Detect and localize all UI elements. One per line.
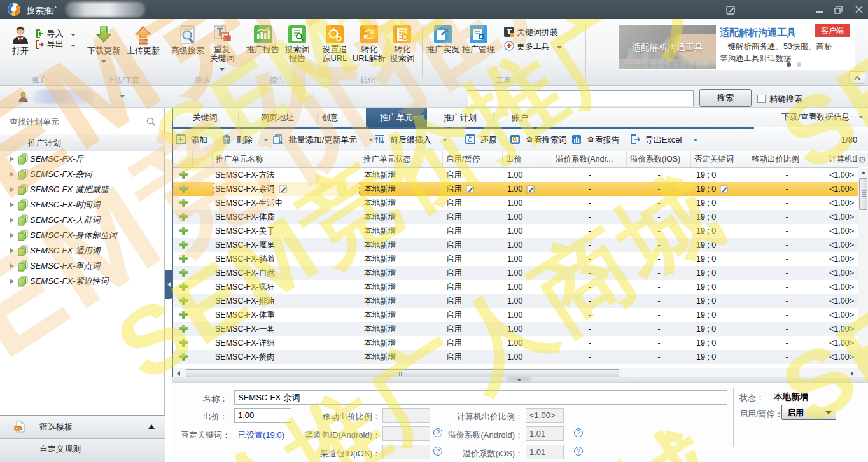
delete-button[interactable]: 删除: [222, 129, 269, 151]
plan-tree-item[interactable]: SEMSC-FX-斤: [0, 151, 165, 167]
column-settings-gear-icon[interactable]: ⚙: [857, 153, 868, 167]
expand-plus-icon[interactable]: [173, 294, 193, 308]
bid-input[interactable]: [234, 408, 291, 423]
plan-tree-item[interactable]: SEMSC-FX-杂词: [0, 167, 165, 182]
expand-plus-icon[interactable]: [173, 336, 193, 350]
open-account-button[interactable]: 打开: [6, 25, 34, 55]
maximize-button[interactable]: [832, 4, 845, 15]
expand-plus-icon[interactable]: [173, 280, 193, 294]
exact-search-checkbox[interactable]: [757, 95, 766, 103]
expand-plus-icon[interactable]: [173, 350, 193, 364]
column-header[interactable]: 移动出价比例: [748, 151, 825, 167]
download-info-link[interactable]: 下载/查看数据信息: [781, 111, 864, 123]
expand-plus-icon[interactable]: [173, 238, 193, 252]
tree-expand-icon[interactable]: [10, 263, 14, 269]
batch-add-button[interactable]: 批量添加/更新单元: [273, 129, 374, 151]
table-row[interactable]: SEMSC-FX-魔鬼本地新增启用1.00--19 ; 0-<1.00>: [173, 238, 858, 252]
help-icon[interactable]: ?: [433, 447, 442, 456]
convert-url-parse-button[interactable]: 转化URL解析: [351, 25, 387, 63]
carousel-dot[interactable]: [797, 62, 801, 67]
plan-tree-item[interactable]: SEMSC-FX-减肥减脂: [0, 182, 165, 197]
restore-button[interactable]: 还原: [465, 129, 497, 151]
column-header[interactable]: 推广单元状态: [360, 151, 443, 167]
duplicate-keywords-button[interactable]: 重复关键词: [206, 25, 238, 73]
table-row[interactable]: SEMSC-FX-排油本地新增启用1.00--19 ; 0-<1.00>: [173, 294, 858, 308]
expand-plus-icon[interactable]: [173, 252, 193, 266]
expand-plus-icon[interactable]: [173, 224, 193, 238]
more-tools-button[interactable]: 更多工具: [504, 41, 562, 52]
column-header[interactable]: [193, 151, 213, 167]
onoff-select[interactable]: 启用: [781, 405, 836, 420]
plan-tree-item[interactable]: SEMSC-FX-人群词: [0, 213, 165, 228]
plan-tree-item[interactable]: SEMSC-FX-时间词: [0, 197, 165, 213]
minimize-button[interactable]: [813, 4, 826, 15]
expand-plus-icon[interactable]: [173, 266, 193, 280]
upload-update-button[interactable]: 上传更新: [125, 25, 162, 55]
column-header[interactable]: 启用/暂停: [443, 151, 503, 167]
column-header[interactable]: 出价: [503, 151, 552, 167]
tab-5[interactable]: 推广计划: [427, 108, 493, 127]
export-button[interactable]: 导出: [35, 39, 76, 50]
search-button[interactable]: 搜索: [699, 89, 752, 107]
convert-search-terms-button[interactable]: 转化搜索词: [387, 25, 417, 63]
carousel-dot-active[interactable]: [787, 62, 791, 67]
tree-expand-icon[interactable]: [10, 248, 14, 253]
tree-expand-icon[interactable]: [10, 279, 14, 284]
table-row[interactable]: SEMSC-FX-关于本地新增启用1.00--19 ; 0-<1.00>: [173, 224, 858, 238]
vertical-scroll-thumb[interactable]: [859, 178, 867, 210]
global-search-input[interactable]: [468, 90, 694, 106]
table-row[interactable]: SEMSC-FX-详细本地新增启用1.00--19 ; 0-<1.00>: [173, 336, 858, 350]
tree-expand-icon[interactable]: [10, 187, 14, 192]
table-row[interactable]: SEMSC-FX-生活中本地新增启用1.00--19 ; 0-<1.00>: [173, 196, 858, 210]
tab-3[interactable]: 创意: [294, 108, 366, 127]
account-switch-caret-icon[interactable]: [120, 95, 125, 98]
tree-expand-icon[interactable]: [10, 233, 14, 238]
column-header[interactable]: [173, 151, 193, 167]
negative-keywords-link[interactable]: 已设置(19;0): [238, 430, 284, 441]
column-header[interactable]: 溢价系数(Andr...: [552, 151, 627, 167]
promotion-live-button[interactable]: 推广实况: [425, 25, 461, 54]
expand-plus-icon[interactable]: [173, 210, 193, 224]
table-row[interactable]: SEMSC-FX-体重本地新增启用1.00--19 ; 0-<1.00>: [173, 308, 858, 322]
filter-template-bar[interactable]: 筛选模板: [0, 415, 165, 438]
horizontal-scrollbar[interactable]: [173, 368, 858, 377]
table-row[interactable]: SEMSC-FX-杂词本地新增启用1.00--19 ; 0-<1.00>: [173, 182, 858, 196]
splitter-collapse-button[interactable]: [507, 377, 531, 382]
tree-expand-icon[interactable]: [10, 218, 14, 223]
tree-expand-icon[interactable]: [10, 172, 14, 177]
column-header[interactable]: 溢价系数(iOS): [627, 151, 691, 167]
promotion-manage-button[interactable]: 推广管理: [461, 25, 496, 54]
plan-search-input[interactable]: [4, 113, 160, 130]
tab-1[interactable]: 关键词: [172, 108, 238, 127]
export-excel-button[interactable]: 导出Excel: [630, 129, 698, 151]
add-button[interactable]: 添加: [176, 129, 207, 151]
table-row[interactable]: SEMSC-FX-一套本地新增启用1.00--19 ; 0-<1.00>: [173, 322, 858, 336]
tree-expand-icon[interactable]: [10, 202, 14, 207]
banner-title[interactable]: 适配解析沟通工具: [720, 27, 796, 39]
column-header[interactable]: 计算机出价比例: [825, 151, 858, 167]
plan-tree-item[interactable]: SEMSC-FX-身体部位词: [0, 228, 165, 243]
view-report-button[interactable]: 查看报告: [571, 129, 620, 151]
tree-expand-icon[interactable]: [10, 157, 14, 162]
table-row[interactable]: SEMSC-FX-疯狂本地新增启用1.00--19 ; 0-<1.00>: [173, 280, 858, 294]
plan-tree-item[interactable]: SEMSC-FX-紧迫性词: [0, 274, 165, 289]
download-update-button[interactable]: 下载更新: [85, 25, 122, 65]
help-icon[interactable]: ?: [433, 428, 442, 437]
search-terms-report-button[interactable]: 搜索词报告: [281, 25, 313, 63]
help-icon[interactable]: ?: [574, 428, 583, 437]
expand-plus-icon[interactable]: [173, 308, 193, 322]
help-icon[interactable]: ?: [574, 447, 583, 456]
expand-plus-icon[interactable]: [173, 168, 193, 182]
track-url-button[interactable]: 设置追踪URL: [318, 25, 351, 63]
advanced-search-button[interactable]: 高级搜索: [169, 25, 206, 55]
table-row[interactable]: SEMSC-FX-自然本地新增启用1.00--19 ; 0-<1.00>: [173, 266, 858, 280]
ribbon-collapse-button[interactable]: [849, 71, 865, 84]
promotion-report-button[interactable]: 推广报告: [245, 25, 281, 54]
plan-tree-item[interactable]: SEMSC-FX-重点词: [0, 258, 165, 274]
vertical-scrollbar[interactable]: [858, 168, 868, 386]
table-row[interactable]: SEMSC-FX-赘肉本地新增启用1.00--19 ; 0-<1.00>: [173, 350, 858, 364]
tab-6[interactable]: 账户: [493, 108, 547, 127]
feedback-icon[interactable]: [724, 4, 737, 15]
column-header[interactable]: 否定关键词: [691, 151, 748, 167]
plan-tree-item[interactable]: SEMSC-FX-通用词: [0, 243, 165, 258]
